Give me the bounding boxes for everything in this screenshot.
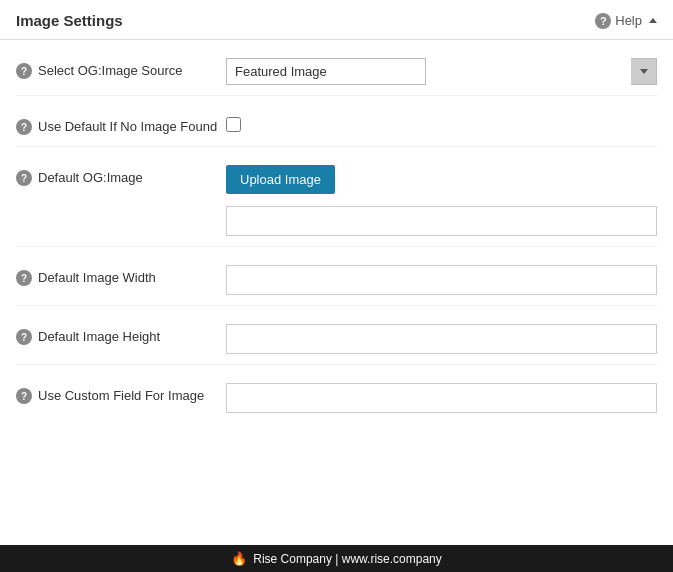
arrow-down-icon	[640, 69, 648, 74]
custom-field-input[interactable]	[226, 383, 657, 413]
select-arrow-icon	[631, 58, 657, 85]
row-default-og-image: ? Default OG:Image Upload Image	[16, 147, 657, 247]
custom-field-label: Use Custom Field For Image	[38, 387, 204, 405]
footer-text: Rise Company | www.rise.company	[253, 552, 442, 566]
chevron-up-icon	[649, 18, 657, 23]
default-og-image-input[interactable]	[226, 206, 657, 236]
label-col-default-width: ? Default Image Width	[16, 265, 226, 287]
input-col-custom-field	[226, 383, 657, 413]
row-custom-field: ? Use Custom Field For Image	[16, 365, 657, 423]
question-icon-og-source[interactable]: ?	[16, 63, 32, 79]
og-source-select[interactable]: Featured Image First Image in Post Custo…	[226, 58, 426, 85]
help-circle-icon: ?	[595, 13, 611, 29]
page-title: Image Settings	[16, 12, 123, 29]
input-col-og-source: Featured Image First Image in Post Custo…	[226, 58, 657, 85]
label-col-default-og: ? Default OG:Image	[16, 165, 226, 187]
input-col-default-og: Upload Image	[226, 165, 657, 236]
help-button[interactable]: ? Help	[595, 13, 657, 29]
og-source-select-wrapper: Featured Image First Image in Post Custo…	[226, 58, 657, 85]
footer-bar: 🔥 Rise Company | www.rise.company	[0, 545, 673, 572]
question-icon-custom-field[interactable]: ?	[16, 388, 32, 404]
question-icon-use-default[interactable]: ?	[16, 119, 32, 135]
form-content: ? Select OG:Image Source Featured Image …	[0, 40, 673, 443]
label-col-custom-field: ? Use Custom Field For Image	[16, 383, 226, 405]
row-use-default: ? Use Default If No Image Found	[16, 96, 657, 147]
og-source-label: Select OG:Image Source	[38, 62, 183, 80]
use-default-label: Use Default If No Image Found	[38, 118, 217, 136]
default-height-input[interactable]	[226, 324, 657, 354]
default-width-input[interactable]	[226, 265, 657, 295]
help-label: Help	[615, 13, 642, 28]
default-width-label: Default Image Width	[38, 269, 156, 287]
input-col-default-width	[226, 265, 657, 295]
default-height-label: Default Image Height	[38, 328, 160, 346]
row-og-image-source: ? Select OG:Image Source Featured Image …	[16, 40, 657, 96]
label-col-og-source: ? Select OG:Image Source	[16, 58, 226, 80]
flame-icon: 🔥	[231, 551, 247, 566]
input-col-use-default	[226, 114, 657, 132]
question-icon-default-width[interactable]: ?	[16, 270, 32, 286]
upload-image-button[interactable]: Upload Image	[226, 165, 335, 194]
question-icon-default-height[interactable]: ?	[16, 329, 32, 345]
use-default-checkbox[interactable]	[226, 117, 241, 132]
page-header: Image Settings ? Help	[0, 0, 673, 40]
question-icon-default-og[interactable]: ?	[16, 170, 32, 186]
label-col-use-default: ? Use Default If No Image Found	[16, 114, 226, 136]
label-col-default-height: ? Default Image Height	[16, 324, 226, 346]
row-default-height: ? Default Image Height	[16, 306, 657, 365]
input-col-default-height	[226, 324, 657, 354]
row-default-width: ? Default Image Width	[16, 247, 657, 306]
default-og-label: Default OG:Image	[38, 169, 143, 187]
